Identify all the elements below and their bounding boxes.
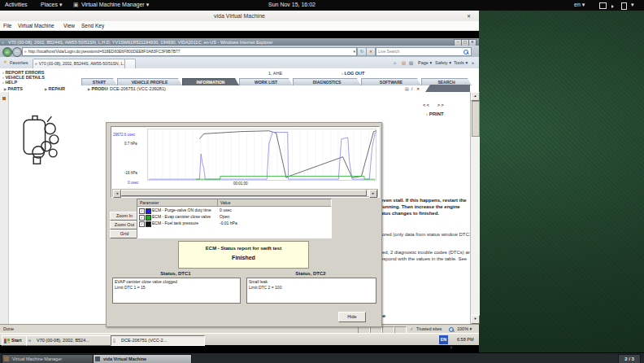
scroll-left-icon[interactable]: ◄ (113, 190, 121, 198)
vm-window-title: vida Virtual Machine (0, 13, 479, 19)
feed-icon[interactable]: ▤ (402, 60, 406, 65)
user-id: 1, AHE (268, 71, 282, 76)
clock-tray[interactable]: 6:58 PM (457, 337, 473, 342)
zoom-level[interactable]: 100% ▾ (457, 326, 472, 331)
zoom-in-button[interactable]: Zoom In (110, 212, 139, 221)
taskbar-item-doc-active[interactable]: ▯ DCE-206751 (VCC-2... (111, 335, 205, 346)
checkbox-icon[interactable]: ✓ (139, 221, 145, 227)
overflow-icon[interactable]: » (472, 60, 474, 65)
page-scrollbar[interactable]: ▲ ▼ (470, 92, 480, 324)
print-icon[interactable]: ▤ (409, 60, 413, 65)
home-icon[interactable]: ⌂ (394, 60, 396, 65)
back-icon[interactable]: ← (2, 47, 12, 57)
tools-menu[interactable]: Tools ▾ (454, 60, 468, 65)
vmm-icon (4, 356, 9, 361)
swift-test-chart (147, 129, 376, 181)
chevron-down-icon[interactable]: ▾ (353, 48, 355, 55)
search-input[interactable]: Live Search (376, 47, 472, 56)
chart-h-scrollbar[interactable]: ◄ ► (112, 189, 378, 197)
scroll-down-icon[interactable]: ▼ (471, 315, 480, 324)
volume-icon[interactable] (450, 338, 453, 352)
h-scroll-thumb[interactable] (121, 190, 367, 196)
status-report-title: ECM - Status report for swift test (179, 246, 308, 251)
scroll-up-icon[interactable]: ▲ (471, 92, 480, 101)
menu-send-key[interactable]: Send Key (81, 23, 104, 28)
print-icon[interactable]: ▤ (405, 86, 409, 91)
x-axis-tick-label: 00:01:00 (233, 182, 248, 186)
ie-icon: e (28, 336, 31, 344)
status-report-state: Finished (179, 255, 308, 260)
workspace-indicator[interactable]: 2 / 3 (618, 354, 641, 363)
vm-display: e V70 (00-08), 2002, B5244S, AW55-50/51S… (0, 30, 479, 352)
col-parameter: Parameter (140, 199, 159, 206)
prev-page-icon[interactable]: << (423, 103, 430, 107)
places-menu[interactable]: Places ▾ (41, 2, 62, 8)
swift-test-dialog: 29672.6 usec 0.7 hPa -16 hPa 0 usec 00:0… (106, 122, 382, 327)
logout-link[interactable]: › LOG OUT (342, 71, 364, 76)
page-menu[interactable]: Page ▾ (418, 60, 432, 65)
trusted-check-icon: ✓ (410, 326, 414, 331)
print-link[interactable]: › PRINT (426, 112, 444, 116)
zoom-out-button[interactable]: Zoom Out (110, 221, 139, 230)
menu-virtual-machine[interactable]: Virtual Machine (18, 23, 54, 28)
menu-file[interactable]: File (3, 23, 11, 28)
vida-vm-icon (95, 356, 100, 361)
vm-window-titlebar[interactable]: vida Virtual Machine ✕ (0, 11, 479, 22)
hide-button[interactable]: Hide (338, 312, 366, 322)
menu-view[interactable]: View (63, 23, 75, 28)
zoom-icon[interactable] (449, 327, 454, 333)
security-zone: Trusted sites (416, 326, 442, 331)
favorites-button[interactable]: Favorites (10, 60, 28, 65)
search-icon[interactable] (463, 50, 468, 56)
document-id: DCE-206751 (VCC-239281) (108, 86, 168, 91)
ie-favicon: e (2, 40, 4, 45)
star-icon[interactable]: ★ (3, 59, 7, 64)
left-nav-strip (0, 92, 9, 324)
chevron-down-icon: ▾ (146, 2, 150, 7)
language-indicator[interactable]: en ▾ (574, 2, 585, 8)
page-favicon: e (23, 49, 28, 54)
y-axis-label-min-hpa: -16 hPa (124, 171, 137, 175)
vmm-app-icon: ▣ (73, 2, 79, 8)
ie-titlebar[interactable]: e V70 (00-08), 2002, B5244S, AW55-50/51S… (0, 38, 479, 46)
system-menu-chevron-icon[interactable]: ▾ (631, 2, 634, 8)
grid-button[interactable]: Grid (110, 230, 139, 238)
breadcrumb-repair[interactable]: ▶ REPAIR (45, 86, 65, 91)
doc-header-row: ▶ PARTS ▶ REPAIR ▶ PRODUCT SPECIFICA DCE… (0, 85, 479, 92)
keyboard-layout-indicator[interactable]: EN (439, 335, 448, 344)
scrollbar-thumb[interactable] (472, 101, 480, 137)
table-row[interactable]: ✓ ECM - Evap canister close valve Open (137, 213, 331, 220)
next-page-icon[interactable]: >> (437, 103, 445, 107)
forward-icon[interactable]: → (12, 47, 22, 57)
status-report-box: ECM - Status report for swift test Finis… (178, 241, 309, 269)
windows-taskbar: Start e V70 (00-08), 2002, B524... ▯ DCE… (0, 333, 479, 345)
breadcrumb-parts[interactable]: ▶ PARTS (4, 86, 23, 91)
dtc2-box: Small leak Limit DTC 2 = 100 (246, 278, 376, 304)
status-done: Done (3, 326, 14, 331)
tab-strip-filler (425, 85, 470, 92)
table-row[interactable]: ✓ ECM - Purge-valve ON duty time 0 usec (137, 207, 331, 213)
url-input[interactable]: ehttp://localhost/Vida/Login.do;jsession… (22, 47, 357, 56)
table-row[interactable]: ✓ ECM - Fuel tank pressure -0.01 hPa (137, 220, 331, 226)
document-icon: ▯ (113, 336, 115, 344)
window-button-vmm[interactable]: Virtual Machine Manager (2, 354, 104, 363)
info-icon[interactable]: i (411, 86, 412, 91)
y-axis-label-zero-usec: 0 usec (128, 181, 138, 185)
taskbar-item-ie[interactable]: e V70 (00-08), 2002, B524... (26, 335, 119, 346)
col-value: Value (217, 199, 230, 206)
y-axis-label-max-usec: 29672.6 usec (113, 133, 135, 137)
scroll-right-icon[interactable]: ► (369, 190, 377, 198)
ie-address-bar: ← → ehttp://localhost/Vida/Login.do;jses… (0, 46, 479, 57)
clock[interactable]: Sun Nov 15, 16:02 (268, 2, 315, 7)
battery-icon (621, 2, 627, 10)
close-icon[interactable]: ✕ (467, 13, 471, 19)
nav-marker (2, 97, 6, 100)
safety-menu[interactable]: Safety ▾ (435, 60, 451, 65)
stop-icon[interactable]: ✕ (366, 47, 376, 56)
vmm-menu[interactable]: Virtual Machine Manager ▾ (81, 2, 149, 8)
window-button-vida-active[interactable]: vida Virtual Machine (93, 354, 192, 363)
chevron-down-icon: ▾ (59, 2, 63, 7)
display-icon (599, 2, 607, 9)
close-icon[interactable]: ✕ (416, 86, 420, 91)
activities-button[interactable]: Activities (5, 2, 28, 7)
